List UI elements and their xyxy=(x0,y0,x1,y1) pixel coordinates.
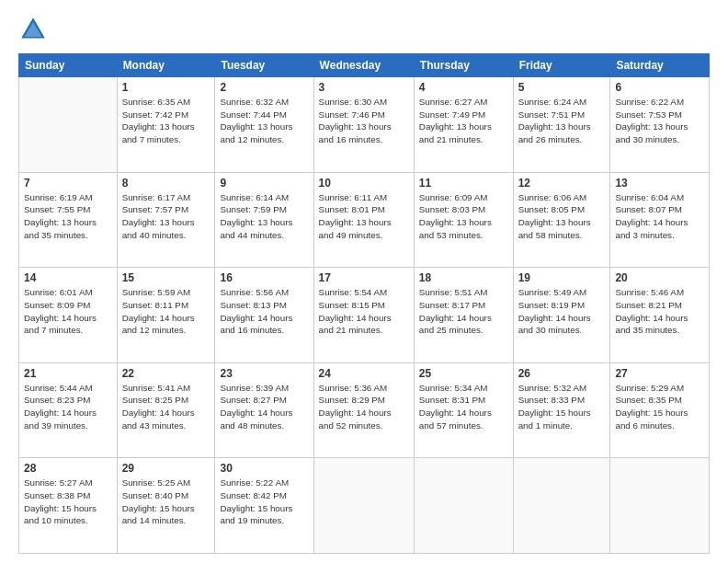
day-info: Sunrise: 6:14 AMSunset: 7:59 PMDaylight:… xyxy=(220,191,308,242)
calendar-header: SundayMondayTuesdayWednesdayThursdayFrid… xyxy=(19,54,710,77)
day-number: 11 xyxy=(419,177,508,190)
calendar-cell: 26Sunrise: 5:32 AMSunset: 8:33 PMDayligh… xyxy=(513,362,610,458)
calendar-cell: 11Sunrise: 6:09 AMSunset: 8:03 PMDayligh… xyxy=(414,172,513,268)
calendar-cell: 15Sunrise: 5:59 AMSunset: 8:11 PMDayligh… xyxy=(117,268,215,363)
day-info: Sunrise: 5:25 AMSunset: 8:40 PMDaylight:… xyxy=(122,477,210,527)
calendar-table: SundayMondayTuesdayWednesdayThursdayFrid… xyxy=(18,53,710,554)
day-info: Sunrise: 6:17 AMSunset: 7:57 PMDaylight:… xyxy=(122,191,210,242)
calendar-cell: 29Sunrise: 5:25 AMSunset: 8:40 PMDayligh… xyxy=(117,458,215,554)
calendar-cell: 4Sunrise: 6:27 AMSunset: 7:49 PMDaylight… xyxy=(414,77,513,173)
calendar-cell: 12Sunrise: 6:06 AMSunset: 8:05 PMDayligh… xyxy=(513,172,610,268)
header-day-tuesday: Tuesday xyxy=(215,54,313,77)
header-day-sunday: Sunday xyxy=(19,54,118,77)
calendar-cell: 10Sunrise: 6:11 AMSunset: 8:01 PMDayligh… xyxy=(313,172,414,268)
day-info: Sunrise: 5:36 AMSunset: 8:29 PMDaylight:… xyxy=(319,382,409,432)
day-number: 10 xyxy=(319,177,409,190)
calendar-cell xyxy=(19,77,118,173)
week-row-2: 14Sunrise: 6:01 AMSunset: 8:09 PMDayligh… xyxy=(19,268,710,363)
calendar-cell xyxy=(414,458,513,554)
day-number: 3 xyxy=(319,81,409,94)
day-number: 5 xyxy=(518,81,606,94)
day-info: Sunrise: 5:39 AMSunset: 8:27 PMDaylight:… xyxy=(220,382,308,432)
day-info: Sunrise: 6:35 AMSunset: 7:42 PMDaylight:… xyxy=(122,96,210,146)
day-number: 27 xyxy=(615,367,704,380)
header xyxy=(18,15,710,44)
calendar-cell: 16Sunrise: 5:56 AMSunset: 8:13 PMDayligh… xyxy=(215,268,313,363)
day-info: Sunrise: 5:46 AMSunset: 8:21 PMDaylight:… xyxy=(615,286,704,337)
calendar-cell xyxy=(610,458,710,554)
calendar-cell: 7Sunrise: 6:19 AMSunset: 7:55 PMDaylight… xyxy=(19,172,118,268)
day-info: Sunrise: 5:22 AMSunset: 8:42 PMDaylight:… xyxy=(220,477,308,527)
day-info: Sunrise: 5:32 AMSunset: 8:33 PMDaylight:… xyxy=(518,382,606,432)
day-info: Sunrise: 6:30 AMSunset: 7:46 PMDaylight:… xyxy=(319,96,409,146)
calendar-cell: 17Sunrise: 5:54 AMSunset: 8:15 PMDayligh… xyxy=(313,268,414,363)
week-row-3: 21Sunrise: 5:44 AMSunset: 8:23 PMDayligh… xyxy=(19,362,710,458)
day-number: 26 xyxy=(518,367,606,380)
calendar-cell: 14Sunrise: 6:01 AMSunset: 8:09 PMDayligh… xyxy=(19,268,118,363)
day-number: 18 xyxy=(419,271,508,284)
day-number: 4 xyxy=(419,81,508,94)
week-row-1: 7Sunrise: 6:19 AMSunset: 7:55 PMDaylight… xyxy=(19,172,710,268)
day-number: 29 xyxy=(122,462,210,475)
calendar-cell: 25Sunrise: 5:34 AMSunset: 8:31 PMDayligh… xyxy=(414,362,513,458)
day-number: 22 xyxy=(122,367,210,380)
calendar-cell: 24Sunrise: 5:36 AMSunset: 8:29 PMDayligh… xyxy=(313,362,414,458)
day-number: 19 xyxy=(518,271,606,284)
header-day-thursday: Thursday xyxy=(414,54,513,77)
day-info: Sunrise: 6:11 AMSunset: 8:01 PMDaylight:… xyxy=(319,191,409,242)
header-day-saturday: Saturday xyxy=(610,54,710,77)
calendar-cell xyxy=(513,458,610,554)
day-number: 14 xyxy=(24,271,112,284)
day-info: Sunrise: 5:59 AMSunset: 8:11 PMDaylight:… xyxy=(122,286,210,337)
day-info: Sunrise: 5:56 AMSunset: 8:13 PMDaylight:… xyxy=(220,286,308,337)
day-number: 28 xyxy=(24,462,112,475)
day-number: 25 xyxy=(419,367,508,380)
day-number: 7 xyxy=(24,177,112,190)
day-info: Sunrise: 5:49 AMSunset: 8:19 PMDaylight:… xyxy=(518,286,606,337)
day-info: Sunrise: 5:29 AMSunset: 8:35 PMDaylight:… xyxy=(615,382,704,432)
day-info: Sunrise: 5:44 AMSunset: 8:23 PMDaylight:… xyxy=(24,382,112,432)
day-info: Sunrise: 6:32 AMSunset: 7:44 PMDaylight:… xyxy=(220,96,308,146)
header-day-friday: Friday xyxy=(513,54,610,77)
day-info: Sunrise: 6:22 AMSunset: 7:53 PMDaylight:… xyxy=(615,96,704,146)
header-day-wednesday: Wednesday xyxy=(313,54,414,77)
day-number: 6 xyxy=(615,81,704,94)
calendar-cell: 13Sunrise: 6:04 AMSunset: 8:07 PMDayligh… xyxy=(610,172,710,268)
calendar-cell: 5Sunrise: 6:24 AMSunset: 7:51 PMDaylight… xyxy=(513,77,610,173)
calendar-cell: 27Sunrise: 5:29 AMSunset: 8:35 PMDayligh… xyxy=(610,362,710,458)
calendar-body: 1Sunrise: 6:35 AMSunset: 7:42 PMDaylight… xyxy=(19,77,710,554)
day-info: Sunrise: 5:54 AMSunset: 8:15 PMDaylight:… xyxy=(319,286,409,337)
day-number: 23 xyxy=(220,367,308,380)
day-info: Sunrise: 6:27 AMSunset: 7:49 PMDaylight:… xyxy=(419,96,508,146)
day-number: 9 xyxy=(220,177,308,190)
calendar-cell: 2Sunrise: 6:32 AMSunset: 7:44 PMDaylight… xyxy=(215,77,313,173)
day-info: Sunrise: 5:27 AMSunset: 8:38 PMDaylight:… xyxy=(24,477,112,527)
calendar-cell: 21Sunrise: 5:44 AMSunset: 8:23 PMDayligh… xyxy=(19,362,118,458)
day-info: Sunrise: 6:09 AMSunset: 8:03 PMDaylight:… xyxy=(419,191,508,242)
day-info: Sunrise: 5:41 AMSunset: 8:25 PMDaylight:… xyxy=(122,382,210,432)
day-number: 15 xyxy=(122,271,210,284)
day-number: 8 xyxy=(122,177,210,190)
day-number: 24 xyxy=(319,367,409,380)
calendar-cell: 19Sunrise: 5:49 AMSunset: 8:19 PMDayligh… xyxy=(513,268,610,363)
calendar-cell: 23Sunrise: 5:39 AMSunset: 8:27 PMDayligh… xyxy=(215,362,313,458)
calendar-cell: 6Sunrise: 6:22 AMSunset: 7:53 PMDaylight… xyxy=(610,77,710,173)
calendar-cell: 20Sunrise: 5:46 AMSunset: 8:21 PMDayligh… xyxy=(610,268,710,363)
day-info: Sunrise: 6:01 AMSunset: 8:09 PMDaylight:… xyxy=(24,286,112,337)
calendar-cell: 3Sunrise: 6:30 AMSunset: 7:46 PMDaylight… xyxy=(313,77,414,173)
calendar-cell: 9Sunrise: 6:14 AMSunset: 7:59 PMDaylight… xyxy=(215,172,313,268)
calendar-cell: 30Sunrise: 5:22 AMSunset: 8:42 PMDayligh… xyxy=(215,458,313,554)
day-number: 2 xyxy=(220,81,308,94)
day-number: 12 xyxy=(518,177,606,190)
logo-icon xyxy=(18,15,48,44)
calendar-cell: 28Sunrise: 5:27 AMSunset: 8:38 PMDayligh… xyxy=(19,458,118,554)
day-number: 17 xyxy=(319,271,409,284)
calendar-cell: 22Sunrise: 5:41 AMSunset: 8:25 PMDayligh… xyxy=(117,362,215,458)
day-number: 1 xyxy=(122,81,210,94)
day-info: Sunrise: 6:24 AMSunset: 7:51 PMDaylight:… xyxy=(518,96,606,146)
day-info: Sunrise: 5:34 AMSunset: 8:31 PMDaylight:… xyxy=(419,382,508,432)
header-row: SundayMondayTuesdayWednesdayThursdayFrid… xyxy=(19,54,710,77)
calendar-cell: 1Sunrise: 6:35 AMSunset: 7:42 PMDaylight… xyxy=(117,77,215,173)
page: SundayMondayTuesdayWednesdayThursdayFrid… xyxy=(0,0,728,563)
day-number: 30 xyxy=(220,462,308,475)
